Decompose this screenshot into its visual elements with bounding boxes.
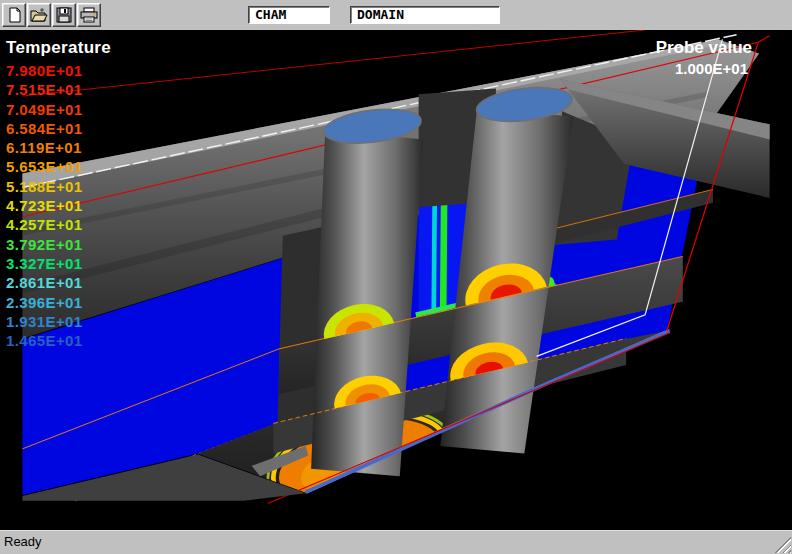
legend-entry: 7.980E+01 (6, 61, 111, 80)
save-file-button[interactable] (52, 3, 76, 27)
probe-label: Probe value (656, 38, 752, 58)
legend-entry: 1.465E+01 (6, 331, 111, 350)
legend-title: Temperature (6, 38, 111, 58)
legend-entry: 2.396E+01 (6, 293, 111, 312)
legend-entry: 3.327E+01 (6, 254, 111, 273)
legend-entry: 6.584E+01 (6, 119, 111, 138)
page-icon (6, 7, 23, 23)
legend-entry: 4.257E+01 (6, 215, 111, 234)
folder-icon (30, 7, 48, 23)
legend-entry: 3.792E+01 (6, 235, 111, 254)
domain-field[interactable] (350, 6, 500, 24)
status-text: Ready (4, 534, 42, 549)
legend-entry: 6.119E+01 (6, 138, 111, 157)
render-viewport[interactable]: Temperature 7.980E+017.515E+017.049E+016… (0, 30, 792, 530)
legend-entries: 7.980E+017.515E+017.049E+016.584E+016.11… (6, 61, 111, 350)
cham-field[interactable] (248, 6, 330, 24)
floppy-icon (56, 7, 72, 23)
toolbar (0, 0, 792, 31)
legend-entry: 7.049E+01 (6, 100, 111, 119)
legend-entry: 5.653E+01 (6, 157, 111, 176)
legend-entry: 7.515E+01 (6, 80, 111, 99)
open-file-button[interactable] (27, 3, 51, 27)
status-bar: Ready (0, 530, 792, 554)
scene-3d (0, 30, 792, 530)
new-document-button[interactable] (2, 3, 26, 27)
resize-grip[interactable] (775, 537, 791, 553)
legend-entry: 5.188E+01 (6, 177, 111, 196)
application-window: Temperature 7.980E+017.515E+017.049E+016… (0, 0, 792, 554)
legend-entry: 4.723E+01 (6, 196, 111, 215)
temperature-legend: Temperature 7.980E+017.515E+017.049E+016… (6, 38, 111, 350)
legend-entry: 1.931E+01 (6, 312, 111, 331)
legend-entry: 2.861E+01 (6, 273, 111, 292)
printer-icon (80, 7, 98, 23)
probe-value: 1.000E+01 (656, 60, 752, 77)
print-button[interactable] (77, 3, 101, 27)
probe-readout: Probe value 1.000E+01 (656, 38, 752, 77)
